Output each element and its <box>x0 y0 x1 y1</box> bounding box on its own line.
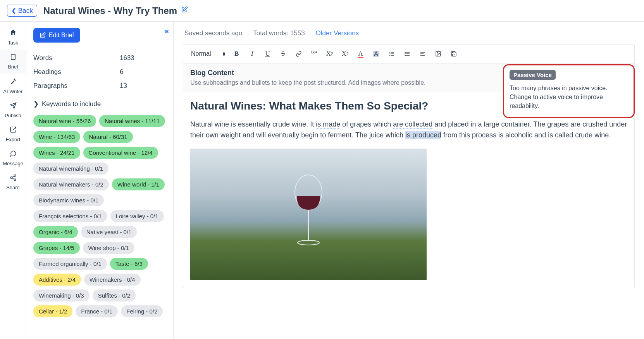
keyword-pill[interactable]: Additives - 2/4 <box>33 274 81 286</box>
svg-point-3 <box>14 179 16 181</box>
editor-toolbar: Normal ▴▾ B I U S ”” X2 X2 A A <box>183 45 634 63</box>
chevron-left-icon: ❮ <box>11 7 17 15</box>
older-versions-link[interactable]: Older Versions <box>316 29 359 37</box>
keyword-pill[interactable]: Natural wine - 55/26 <box>33 115 96 127</box>
keyword-pill[interactable]: Natural wines - 11/11 <box>99 115 165 127</box>
document-icon <box>10 53 17 62</box>
readability-tip-card: Passive Voice Too many phrases in passiv… <box>503 64 635 118</box>
svg-rect-0 <box>11 54 15 60</box>
keyword-pill[interactable]: François selections - 0/1 <box>33 210 107 222</box>
unordered-list-button[interactable] <box>400 48 414 60</box>
keyword-pill[interactable]: Loire valley - 0/1 <box>110 210 164 222</box>
ordered-list-button[interactable] <box>385 48 399 60</box>
passive-phrase: is called <box>548 131 573 139</box>
nav-item-share[interactable]: Share <box>0 170 26 194</box>
nav-item-message[interactable]: Message <box>0 146 26 170</box>
keyword-pill[interactable]: Wine - 134/63 <box>33 131 80 143</box>
highlight-button[interactable]: A <box>369 48 383 60</box>
select-arrows-icon: ▴▾ <box>223 51 225 56</box>
share-icon <box>10 174 17 183</box>
keyword-pill[interactable]: Conventional wine - 12/4 <box>83 147 158 159</box>
tip-badge: Passive Voice <box>510 70 556 80</box>
back-label: Back <box>18 7 33 15</box>
home-icon <box>9 29 17 38</box>
keyword-pill[interactable]: Winemaking - 0/3 <box>33 289 90 301</box>
meta-row: Saved seconds ago Total words: 1553 Olde… <box>183 29 644 44</box>
topbar: ❮ Back Natural Wines - Why Try Them <box>0 0 644 22</box>
page-title: Natural Wines - Why Try Them <box>43 5 188 16</box>
keyword-pill[interactable]: Organic - 6/4 <box>33 226 78 238</box>
saved-status: Saved seconds ago <box>184 29 242 37</box>
wand-icon <box>9 77 17 87</box>
save-button[interactable] <box>447 48 461 60</box>
stat-words: Words 1633 <box>33 51 166 65</box>
italic-button[interactable]: I <box>245 48 259 60</box>
keyword-pill[interactable]: Natural winemakers - 0/2 <box>33 178 109 190</box>
content-paragraph: Natural wine is essentially crude wine. … <box>190 119 627 141</box>
svg-point-6 <box>405 55 406 56</box>
keyword-list: Natural wine - 55/26Natural wines - 11/1… <box>33 115 166 317</box>
text-color-button[interactable]: A <box>354 48 368 60</box>
keyword-pill[interactable]: Natural - 60/31 <box>83 131 133 143</box>
main-editor: Saved seconds ago Total words: 1553 Olde… <box>174 22 644 339</box>
svg-point-11 <box>298 240 319 245</box>
keyword-pill[interactable]: Wines - 24/21 <box>33 147 80 159</box>
keyword-pill[interactable]: Sulfites - 0/2 <box>93 289 136 301</box>
superscript-button[interactable]: X2 <box>338 48 352 60</box>
keyword-pill[interactable]: Farmed organically - 0/1 <box>33 258 107 270</box>
stat-paragraphs: Paragraphs 13 <box>33 79 166 93</box>
edit-title-icon[interactable] <box>181 6 188 15</box>
send-icon <box>10 102 17 111</box>
total-words: Total words: 1553 <box>253 29 305 37</box>
keyword-pill[interactable]: Wine world - 1/1 <box>112 178 165 190</box>
keyword-pill[interactable]: Natural winemaking - 0/1 <box>33 163 108 175</box>
svg-point-8 <box>437 53 437 53</box>
subscript-button[interactable]: X2 <box>323 48 337 60</box>
bold-button[interactable]: B <box>230 48 244 60</box>
keyword-pill[interactable]: Native yeast - 0/1 <box>81 226 137 238</box>
edit-icon <box>40 32 46 38</box>
wine-glass-icon <box>289 173 328 250</box>
strikethrough-button[interactable]: S <box>276 48 290 60</box>
nav-item-ai-writer[interactable]: AI Writer <box>0 74 26 98</box>
content-image[interactable] <box>190 149 427 280</box>
passive-phrase-highlighted: is produced <box>405 131 441 139</box>
back-button[interactable]: ❮ Back <box>7 5 37 17</box>
nav-rail: Task Brief AI Writer Publish Export Mess… <box>0 22 26 339</box>
svg-point-1 <box>14 175 16 177</box>
link-button[interactable] <box>292 48 306 60</box>
export-icon <box>10 126 17 135</box>
keyword-pill[interactable]: Winemakers - 0/4 <box>84 274 141 286</box>
svg-point-2 <box>10 177 12 179</box>
quote-button[interactable]: ”” <box>307 48 321 60</box>
keyword-pill[interactable]: Cellar - 1/2 <box>33 305 72 317</box>
keyword-pill[interactable]: Taste - 6/3 <box>110 258 148 270</box>
underline-button[interactable]: U <box>261 48 275 60</box>
chat-icon <box>10 150 17 159</box>
tip-text: Too many phrases in passive voice. Chang… <box>510 84 628 111</box>
collapse-sidebar-icon[interactable]: ‹‹‹ <box>164 27 168 35</box>
svg-point-4 <box>405 52 406 53</box>
image-button[interactable] <box>431 48 445 60</box>
keyword-pill[interactable]: Grapes - 14/5 <box>33 242 80 254</box>
sidebar: ‹‹‹ Edit Brief Words 1633 Headings 6 Par… <box>26 22 174 339</box>
keywords-toggle[interactable]: ❯ Keywords to include <box>33 100 166 108</box>
edit-brief-button[interactable]: Edit Brief <box>33 28 80 43</box>
keyword-pill[interactable]: Biodynamic wines - 0/1 <box>33 194 104 206</box>
nav-item-brief[interactable]: Brief <box>0 50 26 74</box>
keyword-pill[interactable]: Feiring - 0/2 <box>121 305 163 317</box>
passive-phrase: are collected <box>393 120 432 128</box>
content-body[interactable]: Natural Wines: What Makes Them So Specia… <box>183 92 634 288</box>
format-select[interactable]: Normal ▴▾ <box>188 49 228 59</box>
align-button[interactable] <box>416 48 430 60</box>
keyword-pill[interactable]: Wine shop - 0/1 <box>83 242 134 254</box>
nav-item-export[interactable]: Export <box>0 122 26 146</box>
svg-point-5 <box>405 53 406 55</box>
chevron-right-icon: ❯ <box>33 100 39 108</box>
nav-item-publish[interactable]: Publish <box>0 98 26 122</box>
passive-phrase: is made <box>316 120 340 128</box>
keyword-pill[interactable]: France - 0/1 <box>76 305 118 317</box>
nav-item-task[interactable]: Task <box>0 25 26 50</box>
stat-headings: Headings 6 <box>33 65 166 79</box>
